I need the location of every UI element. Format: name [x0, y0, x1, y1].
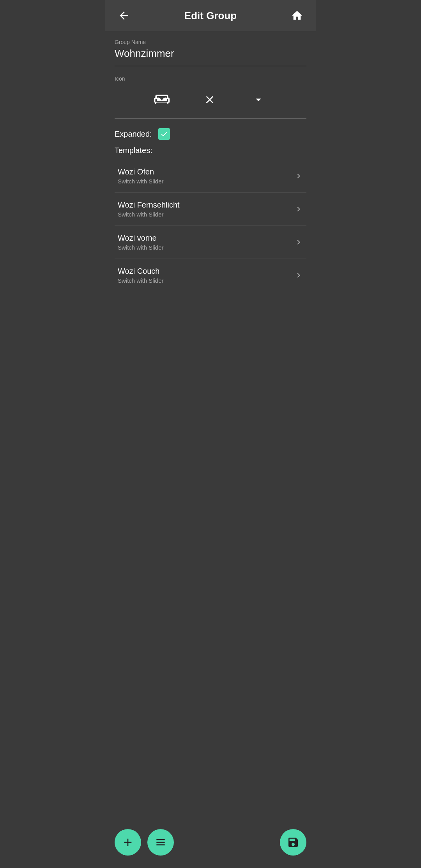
sofa-icon: [153, 91, 170, 108]
template-type: Switch with Slider: [118, 211, 180, 218]
template-name: Wozi Couch: [118, 267, 164, 276]
expanded-checkbox[interactable]: [158, 128, 170, 140]
bottom-left-actions: [115, 829, 174, 856]
template-name: Wozi vorne: [118, 234, 164, 243]
template-item[interactable]: Wozi Couch Switch with Slider: [115, 259, 306, 292]
template-name: Wozi Ofen: [118, 167, 164, 176]
group-name-label: Group Name: [115, 39, 306, 45]
back-button[interactable]: [115, 6, 133, 25]
chevron-right-icon: [294, 238, 303, 247]
template-type: Switch with Slider: [118, 244, 164, 251]
chevron-right-icon: [294, 204, 303, 214]
icon-section: Icon: [115, 69, 306, 119]
icon-divider: [115, 118, 306, 119]
template-type: Switch with Slider: [118, 178, 164, 185]
group-name-section: Group Name Wohnzimmer: [115, 31, 306, 66]
clear-icon-button[interactable]: [200, 90, 219, 109]
template-info: Wozi Couch Switch with Slider: [118, 267, 164, 284]
app-header: Edit Group: [105, 0, 316, 31]
template-info: Wozi Fernsehlicht Switch with Slider: [118, 201, 180, 218]
page-title: Edit Group: [184, 10, 237, 22]
templates-label: Templates:: [115, 143, 306, 160]
home-button[interactable]: [288, 6, 306, 25]
dropdown-icon-button[interactable]: [249, 90, 268, 109]
template-item[interactable]: Wozi vorne Switch with Slider: [115, 226, 306, 259]
main-content: Group Name Wohnzimmer Icon: [105, 31, 316, 292]
icon-label: Icon: [115, 76, 306, 82]
chevron-right-icon: [294, 271, 303, 280]
template-list: Wozi Ofen Switch with Slider Wozi Fernse…: [115, 160, 306, 292]
save-button[interactable]: [280, 829, 306, 856]
add-button[interactable]: [115, 829, 141, 856]
template-name: Wozi Fernsehlicht: [118, 201, 180, 210]
group-name-value[interactable]: Wohnzimmer: [115, 48, 306, 63]
template-type: Switch with Slider: [118, 277, 164, 284]
template-info: Wozi Ofen Switch with Slider: [118, 167, 164, 185]
expanded-label: Expanded:: [115, 130, 152, 139]
chevron-right-icon: [294, 171, 303, 181]
bottom-action-bar: [105, 829, 316, 868]
group-name-divider: [115, 66, 306, 66]
template-item[interactable]: Wozi Ofen Switch with Slider: [115, 160, 306, 193]
template-item[interactable]: Wozi Fernsehlicht Switch with Slider: [115, 193, 306, 226]
template-info: Wozi vorne Switch with Slider: [118, 234, 164, 251]
expanded-row: Expanded:: [115, 122, 306, 143]
group-button[interactable]: [147, 829, 174, 856]
icon-row: [115, 84, 306, 115]
